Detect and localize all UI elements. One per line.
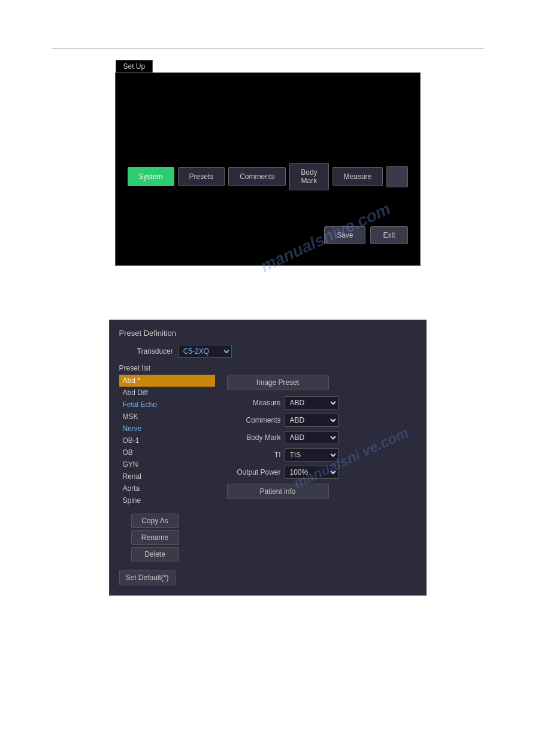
btn-bodymark[interactable]: Body Mark — [289, 163, 328, 190]
preset-list-label: Preset list — [119, 364, 416, 372]
setup-panel-wrapper: Set Up System Presets Comments Body Mark… — [115, 72, 421, 266]
output-power-row: Output Power 100% — [227, 466, 416, 479]
save-button[interactable]: Save — [324, 226, 365, 244]
preset-item-abd[interactable]: Abd * — [119, 375, 215, 387]
measure-row: Measure ABD — [227, 396, 416, 409]
extra-control — [386, 166, 407, 187]
preset-item-nerve[interactable]: Nerve — [119, 423, 215, 435]
ti-label: TI — [227, 451, 281, 459]
preset-actions: Copy As Rename Delete — [131, 514, 215, 561]
ti-row: TI TIS — [227, 448, 416, 462]
setup-panel: Set Up System Presets Comments Body Mark… — [115, 72, 421, 266]
preset-item-aorta[interactable]: Aorta — [119, 482, 215, 494]
preset-item-abddiff[interactable]: Abd Diff — [119, 387, 215, 399]
preset-item-fetalecho[interactable]: Fetal Echo — [119, 399, 215, 411]
patient-info-button[interactable]: Patient info — [227, 484, 329, 499]
preset-item-gyn[interactable]: GYN — [119, 459, 215, 470]
delete-button[interactable]: Delete — [131, 547, 179, 561]
left-column: Abd * Abd Diff Fetal Echo MSK Nerve OB-1… — [119, 375, 215, 585]
page-container: Set Up System Presets Comments Body Mark… — [0, 48, 535, 756]
preset-item-renal[interactable]: Renal — [119, 470, 215, 482]
top-rule — [52, 48, 483, 48]
transducer-select[interactable]: C5-2XQ — [178, 345, 232, 358]
ti-select[interactable]: TIS — [285, 448, 338, 462]
comments-row: Comments ABD — [227, 414, 416, 427]
rename-button[interactable]: Rename — [131, 530, 179, 545]
preset-item-ob1[interactable]: OB-1 — [119, 435, 215, 447]
output-power-label: Output Power — [227, 468, 281, 476]
exit-button[interactable]: Exit — [370, 226, 407, 244]
comments-select[interactable]: ABD — [285, 414, 338, 427]
image-preset-button[interactable]: Image Preset — [227, 375, 329, 390]
btn-measure[interactable]: Measure — [333, 167, 383, 186]
right-column: Image Preset Measure ABD Comments ABD — [227, 375, 416, 585]
preset-item-ob[interactable]: OB — [119, 447, 215, 459]
setup-tab: Set Up — [116, 60, 153, 72]
copy-as-button[interactable]: Copy As — [131, 514, 179, 528]
output-power-select[interactable]: 100% — [285, 466, 338, 479]
set-default-button[interactable]: Set Default(*) — [119, 570, 176, 585]
preset-panel: Preset Definition Transducer C5-2XQ Pres… — [109, 320, 427, 596]
main-content: Abd * Abd Diff Fetal Echo MSK Nerve OB-1… — [119, 375, 416, 585]
btn-presets[interactable]: Presets — [178, 167, 225, 186]
transducer-row: Transducer C5-2XQ — [137, 345, 416, 358]
setup-buttons-row: System Presets Comments Body Mark Measur… — [128, 163, 408, 190]
bodymark-row: Body Mark ABD — [227, 431, 416, 444]
preset-list: Abd * Abd Diff Fetal Echo MSK Nerve OB-1… — [119, 375, 215, 506]
btn-comments[interactable]: Comments — [228, 167, 286, 186]
btn-system[interactable]: System — [128, 167, 174, 186]
measure-label: Measure — [227, 399, 281, 407]
preset-definition-title: Preset Definition — [119, 329, 416, 338]
bodymark-label: Body Mark — [227, 433, 281, 442]
preset-item-msk[interactable]: MSK — [119, 411, 215, 423]
preset-panel-wrapper: Preset Definition Transducer C5-2XQ Pres… — [109, 320, 427, 596]
bodymark-select[interactable]: ABD — [285, 431, 338, 444]
comments-label: Comments — [227, 416, 281, 424]
measure-select[interactable]: ABD — [285, 396, 338, 409]
setup-bottom-row: Save Exit — [128, 226, 408, 253]
setup-panel-inner: System Presets Comments Body Mark Measur… — [116, 73, 420, 265]
preset-item-spine[interactable]: Spine — [119, 494, 215, 506]
transducer-label: Transducer — [137, 347, 173, 356]
